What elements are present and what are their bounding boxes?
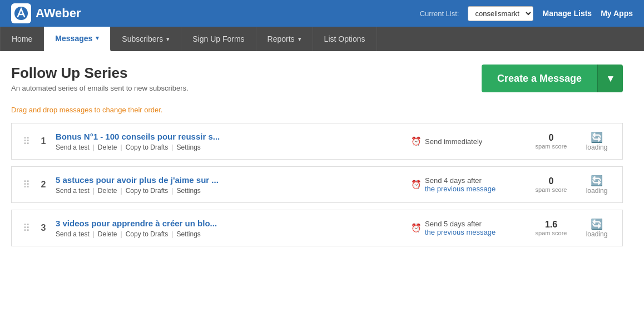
nav-item-messages[interactable]: Messages ▾ <box>44 27 111 51</box>
separator: | <box>93 187 95 195</box>
create-message-button-group: Create a Message ▾ <box>482 65 623 92</box>
create-message-button[interactable]: Create a Message <box>482 65 597 92</box>
message-body: 3 videos pour apprendre à créer un blo..… <box>56 219 404 238</box>
nav-bar: Home Messages ▾ Subscribers ▾ Sign Up Fo… <box>0 27 644 51</box>
separator: | <box>171 143 173 151</box>
spam-score-container: 0 spam score <box>529 133 573 150</box>
schedule-line2: the previous message <box>425 228 496 236</box>
separator: | <box>171 230 173 238</box>
loading-icon: 🔄 <box>591 218 603 230</box>
spam-score-value: 0 <box>529 133 573 143</box>
loading-container: 🔄 loading <box>580 175 613 195</box>
loading-container: 🔄 loading <box>580 218 613 238</box>
message-action-send-a-test[interactable]: Send a test <box>56 187 90 195</box>
schedule-text: Send 4 days after the previous message <box>425 176 496 193</box>
spam-score-label: spam score <box>529 230 573 236</box>
schedule-line2: the previous message <box>425 185 496 193</box>
header-right: Current List: conseilsmarkt Manage Lists… <box>420 6 633 21</box>
spam-score-label: spam score <box>529 186 573 193</box>
page-title: Follow Up Series <box>11 65 189 82</box>
current-list-select[interactable]: conseilsmarkt <box>468 6 533 21</box>
message-schedule: ⏰ Send immediately <box>411 136 522 146</box>
drag-handle[interactable]: ⠿ <box>21 135 31 147</box>
message-body: 5 astuces pour avoir plus de j'aime sur … <box>56 175 404 195</box>
nav-item-reports[interactable]: Reports ▾ <box>256 27 313 51</box>
separator: | <box>121 143 122 151</box>
chevron-down-icon: ▾ <box>608 73 613 84</box>
message-action-delete[interactable]: Delete <box>98 143 117 151</box>
schedule-line1: Send immediately <box>425 137 482 146</box>
logo-area: AWeber <box>11 3 81 23</box>
message-actions: Send a test|Delete|Copy to Drafts|Settin… <box>56 143 404 151</box>
separator: | <box>121 230 122 238</box>
schedule-text: Send 5 days after the previous message <box>425 220 496 236</box>
spam-score-value: 1.6 <box>529 220 573 230</box>
current-list-label: Current List: <box>420 9 459 18</box>
separator: | <box>121 187 122 195</box>
loading-label: loading <box>586 230 608 238</box>
nav-item-subscribers[interactable]: Subscribers ▾ <box>111 27 181 51</box>
message-action-copy-to-drafts[interactable]: Copy to Drafts <box>126 143 169 151</box>
spam-score-container: 1.6 spam score <box>529 220 573 236</box>
message-row: ⠿ 1 Bonus N°1 - 100 conseils pour reussi… <box>11 123 623 160</box>
nav-arrow-subscribers: ▾ <box>166 36 170 43</box>
page-title-text: Follow Up Series An automated series of … <box>11 65 189 92</box>
loading-container: 🔄 loading <box>580 131 613 151</box>
loading-label: loading <box>586 143 608 151</box>
spam-score-label: spam score <box>529 143 573 150</box>
drag-handle[interactable]: ⠿ <box>21 222 31 234</box>
nav-item-list-options[interactable]: List Options <box>313 27 377 51</box>
message-action-delete[interactable]: Delete <box>98 187 117 195</box>
message-title[interactable]: 5 astuces pour avoir plus de j'aime sur … <box>56 175 404 185</box>
message-number: 1 <box>38 136 49 146</box>
nav-item-signup-forms[interactable]: Sign Up Forms <box>181 27 256 51</box>
message-action-settings[interactable]: Settings <box>176 143 200 151</box>
message-action-settings[interactable]: Settings <box>176 230 200 238</box>
logo-text: AWeber <box>36 6 81 21</box>
message-row: ⠿ 3 3 videos pour apprendre à créer un b… <box>11 210 623 246</box>
message-title[interactable]: Bonus N°1 - 100 conseils pour reussir s.… <box>56 132 404 141</box>
message-actions: Send a test|Delete|Copy to Drafts|Settin… <box>56 230 404 238</box>
separator: | <box>93 143 95 151</box>
drag-hint-link[interactable]: change their order <box>102 106 161 114</box>
message-schedule: ⏰ Send 5 days after the previous message <box>411 220 522 236</box>
separator: | <box>93 230 95 238</box>
message-number: 3 <box>38 223 49 233</box>
page-title-row: Follow Up Series An automated series of … <box>11 65 623 92</box>
message-body: Bonus N°1 - 100 conseils pour reussir s.… <box>56 132 404 151</box>
message-row: ⠿ 2 5 astuces pour avoir plus de j'aime … <box>11 166 623 203</box>
message-action-settings[interactable]: Settings <box>176 187 200 195</box>
separator: | <box>171 187 173 195</box>
schedule-line1: Send 4 days after <box>425 176 496 185</box>
loading-label: loading <box>586 187 608 195</box>
drag-hint: Drag and drop messages to change their o… <box>11 106 623 114</box>
nav-arrow-reports: ▾ <box>298 36 301 43</box>
schedule-line1: Send 5 days after <box>425 220 496 228</box>
message-title[interactable]: 3 videos pour apprendre à créer un blo..… <box>56 219 404 228</box>
message-actions: Send a test|Delete|Copy to Drafts|Settin… <box>56 187 404 195</box>
message-action-send-a-test[interactable]: Send a test <box>56 230 90 238</box>
spam-score-value: 0 <box>529 176 573 186</box>
page-subtitle: An automated series of emails sent to ne… <box>11 84 189 92</box>
message-number: 2 <box>38 180 49 190</box>
clock-icon: ⏰ <box>411 180 422 190</box>
clock-icon: ⏰ <box>411 136 422 146</box>
message-action-send-a-test[interactable]: Send a test <box>56 143 90 151</box>
clock-icon: ⏰ <box>411 223 422 233</box>
message-action-delete[interactable]: Delete <box>98 230 117 238</box>
drag-handle[interactable]: ⠿ <box>21 179 31 191</box>
message-action-copy-to-drafts[interactable]: Copy to Drafts <box>126 187 169 195</box>
loading-icon: 🔄 <box>591 131 603 143</box>
spam-score-container: 0 spam score <box>529 176 573 193</box>
messages-list: ⠿ 1 Bonus N°1 - 100 conseils pour reussi… <box>11 123 623 253</box>
nav-arrow-messages: ▾ <box>96 34 99 42</box>
schedule-text: Send immediately <box>425 137 482 146</box>
main-content: Follow Up Series An automated series of … <box>0 51 634 266</box>
loading-icon: 🔄 <box>591 175 603 187</box>
aweber-logo-icon <box>11 3 31 23</box>
my-apps-link[interactable]: My Apps <box>601 9 633 18</box>
create-message-dropdown-button[interactable]: ▾ <box>597 65 623 92</box>
nav-item-home[interactable]: Home <box>0 27 44 51</box>
manage-lists-link[interactable]: Manage Lists <box>542 9 592 18</box>
message-action-copy-to-drafts[interactable]: Copy to Drafts <box>126 230 169 238</box>
